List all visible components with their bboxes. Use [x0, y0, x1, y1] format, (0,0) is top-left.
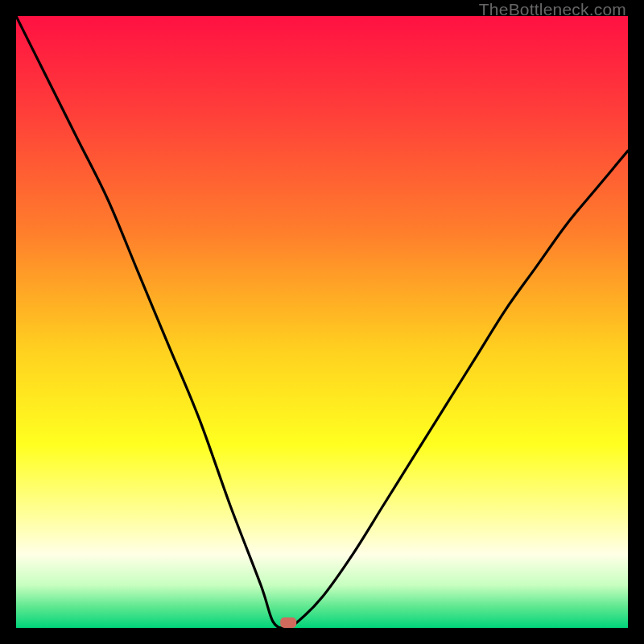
gradient-background: [16, 16, 628, 628]
marker-point: [280, 617, 296, 628]
chart-svg: [16, 16, 628, 628]
plot-area: [16, 16, 628, 628]
watermark-label: TheBottleneck.com: [479, 0, 626, 19]
chart-frame: TheBottleneck.com: [0, 0, 644, 644]
